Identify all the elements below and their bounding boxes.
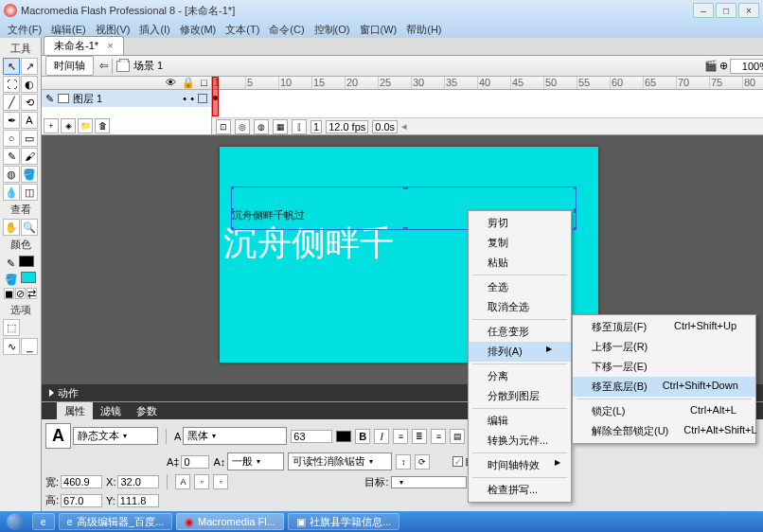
aa-mode-select[interactable]: 可读性消除锯齿 <box>288 452 392 470</box>
tab-filters[interactable]: 滤镜 <box>93 402 129 419</box>
submenu-to-front[interactable]: 移至顶层(F)Ctrl+Shift+Up <box>573 317 755 337</box>
lasso-tool[interactable]: ⟲ <box>21 94 38 111</box>
center-frame-icon[interactable]: ⊡ <box>216 119 231 134</box>
onion-markers-icon[interactable]: ⟦ <box>292 119 307 134</box>
menu-copy[interactable]: 复制 <box>469 233 571 253</box>
tracking-field[interactable]: 0 <box>181 455 209 469</box>
delete-layer-icon[interactable]: 🗑 <box>95 118 110 133</box>
align-right-icon[interactable]: ≡ <box>431 429 446 444</box>
menu-paste[interactable]: 粘贴 <box>469 253 571 273</box>
menu-help[interactable]: 帮助(H) <box>402 23 445 37</box>
pen-tool[interactable]: ✒ <box>3 112 20 129</box>
zoom-level[interactable]: 100% <box>730 59 763 74</box>
close-button[interactable]: × <box>738 3 759 18</box>
align-left-icon[interactable]: ≡ <box>393 429 408 444</box>
menu-insert[interactable]: 插入(I) <box>135 23 173 37</box>
maximize-button[interactable]: □ <box>716 3 736 18</box>
menu-select-all[interactable]: 全选 <box>469 277 571 297</box>
menu-edit[interactable]: 编辑 <box>469 411 571 431</box>
menu-break[interactable]: 分离 <box>469 366 571 386</box>
selection-handle[interactable] <box>231 186 234 189</box>
bold-button[interactable]: B <box>355 429 370 444</box>
edit-multiple-icon[interactable]: ▦ <box>273 119 288 134</box>
straight-option[interactable]: ⎯ <box>21 338 38 355</box>
paintbucket-tool[interactable]: 🪣 <box>21 166 38 183</box>
lock-dot[interactable]: • <box>190 93 194 104</box>
nocolor-icon[interactable]: ⊘ <box>15 288 26 299</box>
selection-handle[interactable] <box>231 208 234 213</box>
add-guide-icon[interactable]: ◈ <box>61 118 76 133</box>
layer-row[interactable]: ✎ 图层 1 • • <box>42 90 211 107</box>
gradient-tool[interactable]: ◐ <box>21 76 38 93</box>
timeline-button[interactable]: 时间轴 <box>45 56 94 76</box>
aa-normal-select[interactable]: 一般 <box>227 452 284 470</box>
menu-file[interactable]: 文件(F) <box>4 23 45 37</box>
submenu-to-back[interactable]: 移至底层(B)Ctrl+Shift+Down <box>573 377 755 397</box>
selection-handle[interactable] <box>403 227 408 230</box>
zoom-tool[interactable]: 🔍 <box>21 219 38 236</box>
start-button[interactable] <box>0 511 30 532</box>
onion-outlines-icon[interactable]: ◍ <box>254 119 269 134</box>
menu-view[interactable]: 视图(V) <box>92 23 134 37</box>
bw-icon[interactable]: ◼ <box>4 288 14 299</box>
eraser-tool[interactable]: ◫ <box>21 184 38 201</box>
submenu-unlock-all[interactable]: 解除全部锁定(U)Ctrl+Alt+Shift+L <box>573 421 755 441</box>
stroke-color[interactable]: ✎ <box>4 256 37 270</box>
text-tool[interactable]: A <box>21 112 38 129</box>
add-layer-icon[interactable]: + <box>44 118 59 133</box>
pencil-tool[interactable]: ✎ <box>3 148 20 165</box>
oval-tool[interactable]: ○ <box>3 130 20 147</box>
rect-tool[interactable]: ▭ <box>21 130 38 147</box>
inkbottle-tool[interactable]: ◍ <box>3 166 20 183</box>
playhead[interactable] <box>212 77 219 116</box>
menu-deselect[interactable]: 取消全选 <box>469 297 571 317</box>
taskbar-ie[interactable]: e高级编辑器_百度... <box>59 513 172 530</box>
selection-tool[interactable]: ↖ <box>3 58 20 75</box>
tab-properties[interactable]: 属性 <box>57 402 93 419</box>
menu-commands[interactable]: 命令(C) <box>265 23 308 37</box>
snap-option[interactable]: ⬚ <box>3 319 20 336</box>
tab-params[interactable]: 参数 <box>129 402 165 419</box>
menu-distribute-layers[interactable]: 分散到图层 <box>469 386 571 406</box>
taskbar-ie-pinned[interactable]: e <box>32 513 55 530</box>
height-field[interactable]: 67.0 <box>61 494 102 507</box>
brush-tool[interactable]: 🖌 <box>21 148 38 165</box>
frame-ruler[interactable]: 15101520253035404550556065707580 <box>212 77 763 90</box>
menu-edit[interactable]: 编辑(E) <box>47 23 90 37</box>
visibility-icon[interactable]: 👁 <box>166 77 176 89</box>
text-color[interactable] <box>336 431 351 442</box>
menu-window[interactable]: 窗口(W) <box>356 23 401 37</box>
submenu-lock[interactable]: 锁定(L)Ctrl+Alt+L <box>573 401 755 421</box>
line-tool[interactable]: ╱ <box>3 94 20 111</box>
menu-check-spelling[interactable]: 检查拼写... <box>469 480 571 500</box>
taskbar-flash[interactable]: ◉Macromedia Fl... <box>176 513 284 530</box>
submenu-down-one[interactable]: 下移一层(E) <box>573 357 755 377</box>
minimize-button[interactable]: – <box>693 3 714 18</box>
text-type-select[interactable]: 静态文本 <box>73 427 158 445</box>
menu-text[interactable]: 文本(T) <box>222 23 263 37</box>
onion-skin-icon[interactable]: ◎ <box>235 119 250 134</box>
taskbar-other[interactable]: ▣社旗县学籍信息... <box>288 513 399 530</box>
outline-icon[interactable]: □ <box>201 77 207 89</box>
menu-modify[interactable]: 修改(M) <box>176 23 221 37</box>
outline-sq[interactable] <box>198 94 207 103</box>
x-field[interactable]: 32.0 <box>117 475 159 488</box>
add-folder-icon[interactable]: 📁 <box>78 118 93 133</box>
selection-handle[interactable] <box>403 186 408 189</box>
autokern-checkbox[interactable]: ✓ <box>452 456 463 467</box>
menu-convert-symbol[interactable]: 转换为元件... <box>469 431 571 451</box>
selection-handle[interactable] <box>231 227 234 230</box>
y-field[interactable]: 111.8 <box>117 494 159 507</box>
eyedropper-tool[interactable]: 💧 <box>3 184 20 201</box>
menu-timeline-fx[interactable]: 时间轴特效▶ <box>469 455 571 475</box>
smooth-option[interactable]: ∿ <box>3 338 20 355</box>
selection-handle[interactable] <box>574 186 577 189</box>
align-center-icon[interactable]: ≣ <box>412 429 427 444</box>
selection-handle[interactable] <box>574 208 577 213</box>
scene-label[interactable]: 场景 1 <box>133 59 163 73</box>
submenu-up-one[interactable]: 上移一层(R) <box>573 337 755 357</box>
expand-icon[interactable] <box>49 389 54 397</box>
align-justify-icon[interactable]: ▤ <box>450 429 465 444</box>
menu-cut[interactable]: 剪切 <box>469 213 571 233</box>
edit-scene-icon[interactable]: 🎬 <box>704 60 718 72</box>
